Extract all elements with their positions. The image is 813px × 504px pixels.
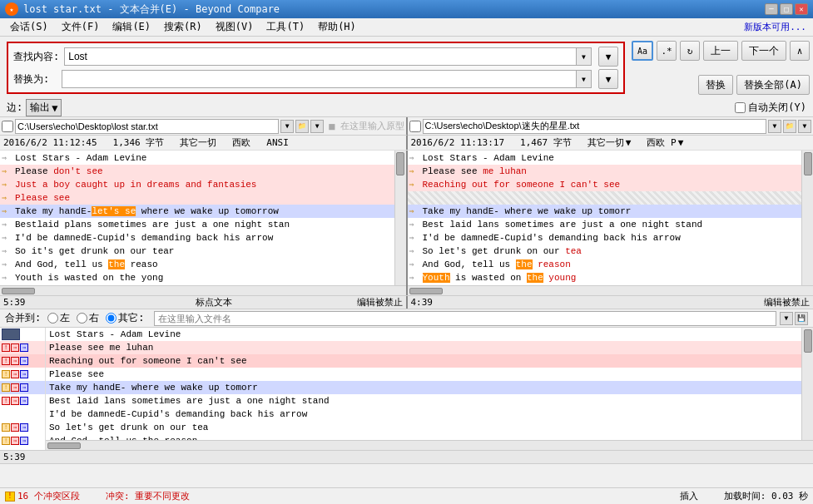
left-arrow-7: ⇒ bbox=[2, 233, 15, 243]
merge-scroll-thumb-h[interactable] bbox=[47, 442, 81, 449]
collapse-btn[interactable]: ∧ bbox=[790, 41, 810, 61]
minimize-button[interactable]: ─ bbox=[765, 3, 778, 15]
left-scrollbar-v[interactable] bbox=[394, 151, 406, 285]
left-its-all[interactable]: 其它一切 bbox=[180, 136, 216, 149]
left-west[interactable]: 西欧 bbox=[232, 136, 250, 149]
merge-line-2: Reaching out for someone I can't see bbox=[46, 354, 801, 368]
merge-radio-other[interactable]: 其它: bbox=[106, 311, 144, 325]
right-its-all[interactable]: 其它一切 ▼ bbox=[587, 136, 632, 149]
left-path-dropdown-btn[interactable]: ▼ bbox=[280, 120, 294, 133]
merge-icon-r3-b: ⇒ bbox=[11, 370, 19, 378]
menu-edit[interactable]: 编辑(E) bbox=[106, 18, 157, 36]
left-scroll-thumb[interactable] bbox=[396, 152, 404, 175]
menu-help[interactable]: 帮助(H) bbox=[311, 18, 363, 36]
right-line-3: ⇒ Reaching out for someone I can't see bbox=[408, 178, 802, 191]
merge-radio-other-input[interactable] bbox=[106, 313, 116, 324]
right-path-more-btn[interactable]: ▼ bbox=[798, 120, 811, 133]
edge-area: 边: 输出 ▼ bbox=[7, 99, 62, 116]
right-arrow-6: ⇒ bbox=[409, 220, 423, 230]
replace-all-btn[interactable]: 替换全部(A) bbox=[736, 75, 810, 95]
right-file-checkbox[interactable] bbox=[409, 121, 421, 132]
replace-dropdown-btn[interactable]: ▼ bbox=[577, 70, 592, 88]
merge-radio-left-input[interactable] bbox=[47, 313, 58, 324]
merge-path-input[interactable] bbox=[154, 311, 776, 326]
right-west[interactable]: 西欧 P ▼ bbox=[647, 136, 683, 149]
right-scroll-thumb-h[interactable] bbox=[409, 288, 443, 294]
window-controls[interactable]: ─ □ ✕ bbox=[765, 3, 808, 15]
merge-icon-row-4: ! ⇒ ⇒ bbox=[0, 381, 45, 394]
menu-file[interactable]: 文件(F) bbox=[55, 18, 107, 36]
position-bars: 5:39 标点文本 编辑被禁止 4:39 编辑被禁止 bbox=[0, 296, 813, 309]
right-arrow-2: ⇒ bbox=[409, 166, 423, 176]
merge-icon-r1-c: ⇒ bbox=[20, 343, 28, 352]
bottom-status-bar: ! 16 个冲突区段 冲突: 重要不同更改 插入 加载时间: 0.03 秒 bbox=[0, 487, 813, 504]
right-scroll-thumb[interactable] bbox=[804, 152, 812, 175]
merge-radio-right[interactable]: 右 bbox=[77, 311, 99, 325]
merge-scrollbar-v[interactable] bbox=[801, 328, 813, 440]
left-line-6: ⇒ Bestlaid plans sometimes are just a on… bbox=[0, 218, 394, 231]
app-icon: ★ bbox=[5, 2, 18, 16]
left-pos-bar: 5:39 标点文本 编辑被禁止 bbox=[0, 296, 408, 309]
left-scrollbar-h[interactable] bbox=[0, 285, 406, 295]
merge-icon-r2-a: ! bbox=[2, 357, 10, 365]
dropdown-options-btn[interactable]: ▼ bbox=[598, 47, 618, 67]
merge-lines[interactable]: Lost Stars - Adam Levine Please see me l… bbox=[46, 328, 801, 440]
maximize-button[interactable]: □ bbox=[780, 3, 793, 15]
merge-radio-right-input[interactable] bbox=[77, 313, 87, 324]
find-dropdown-btn[interactable]: ▼ bbox=[577, 47, 592, 66]
merge-icon-row-1: ! ⇒ ⇒ bbox=[0, 341, 45, 354]
menu-tools[interactable]: 工具(T) bbox=[260, 18, 311, 36]
left-file-path-input[interactable] bbox=[15, 119, 279, 134]
replace-input[interactable] bbox=[62, 70, 577, 88]
edge-dropdown-icon: ▼ bbox=[52, 102, 57, 114]
replace-one-btn[interactable]: 替换 bbox=[698, 75, 733, 95]
right-file-path-input[interactable] bbox=[423, 119, 767, 134]
right-path-dropdown-btn[interactable]: ▼ bbox=[768, 120, 781, 133]
right-diff-lines[interactable]: ⇒ Lost Stars - Adam Levine ⇒ Please see … bbox=[408, 151, 802, 285]
edge-value: 输出 bbox=[30, 101, 50, 115]
left-file-checkbox[interactable] bbox=[2, 121, 13, 132]
right-scrollbar-h[interactable] bbox=[408, 285, 814, 295]
match-case-btn[interactable]: Aa bbox=[632, 41, 653, 61]
prev-btn[interactable]: 上一 bbox=[703, 41, 738, 61]
left-arrow-2: ⇒ bbox=[2, 166, 15, 176]
merge-line-5: Best laid lans sometimes are just a one … bbox=[46, 394, 801, 408]
merge-radio-left[interactable]: 左 bbox=[47, 311, 70, 325]
window-title: lost star.txt - 文本合并(E) - Beyond Compare bbox=[23, 2, 280, 17]
right-path-folder-btn[interactable]: 📁 bbox=[783, 120, 796, 133]
replace-label: 替换为: bbox=[13, 72, 57, 86]
merge-icon-r7-c: ⇒ bbox=[20, 423, 28, 432]
menu-view[interactable]: 视图(V) bbox=[209, 18, 260, 36]
left-hint-text: 在这里输入原型 bbox=[340, 120, 404, 132]
merge-scroll-thumb[interactable] bbox=[804, 329, 812, 353]
left-diff-pane: ⇒ Lost Stars - Adam Levine ⇒ Please don'… bbox=[0, 151, 408, 295]
find-input[interactable] bbox=[64, 47, 577, 66]
merge-dropdown-btn[interactable]: ▼ bbox=[780, 312, 793, 325]
edge-dropdown[interactable]: 输出 ▼ bbox=[26, 99, 62, 116]
refresh-btn[interactable]: ↻ bbox=[680, 41, 700, 61]
close-button[interactable]: ✕ bbox=[795, 3, 808, 15]
right-scrollbar-v[interactable] bbox=[801, 151, 813, 285]
merge-scrollbar-h[interactable] bbox=[46, 440, 813, 450]
merge-save-btn[interactable]: 💾 bbox=[795, 312, 808, 325]
menu-session[interactable]: 会话(S) bbox=[3, 18, 55, 36]
replace-options-btn[interactable]: ▼ bbox=[598, 69, 618, 89]
left-path-folder-btn[interactable]: 📁 bbox=[295, 120, 309, 133]
merge-icon-r2-b: ⇒ bbox=[11, 357, 19, 365]
auto-close-area: 自动关闭(Y) bbox=[735, 101, 806, 115]
left-path-more-btn[interactable]: ▼ bbox=[310, 120, 324, 133]
new-version-link[interactable]: 新版本可用... bbox=[744, 21, 806, 33]
left-line-3: ⇒ Just a boy caught up in dreams and fan… bbox=[0, 178, 394, 191]
auto-close-checkbox[interactable] bbox=[735, 102, 746, 113]
left-encoding[interactable]: ANSI bbox=[266, 137, 289, 148]
left-scroll-thumb-h[interactable] bbox=[2, 288, 35, 294]
menu-search[interactable]: 搜索(R) bbox=[157, 18, 209, 36]
right-datetime: 2016/6/2 11:13:17 bbox=[411, 137, 505, 148]
regex-btn[interactable]: .* bbox=[657, 41, 677, 61]
left-arrow-10: ⇒ bbox=[2, 273, 15, 283]
right-arrow-3: ⇒ bbox=[409, 180, 423, 190]
merge-line-0: Lost Stars - Adam Levine bbox=[46, 328, 801, 341]
next-btn[interactable]: 下一个 bbox=[741, 41, 786, 61]
merge-line-4: Take my handE- where we wake up tomorr bbox=[46, 381, 801, 394]
left-diff-lines[interactable]: ⇒ Lost Stars - Adam Levine ⇒ Please don'… bbox=[0, 151, 394, 285]
